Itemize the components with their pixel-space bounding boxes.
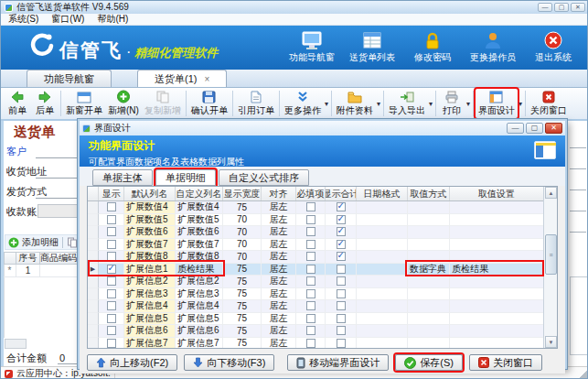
checkbox[interactable] bbox=[306, 240, 315, 249]
dialog-maximize-button[interactable]: ▢ bbox=[526, 123, 543, 134]
menu-item[interactable]: 帮助(H) bbox=[97, 13, 128, 26]
dropdown-arrow-icon[interactable]: ▾ bbox=[376, 100, 381, 108]
checkbox[interactable] bbox=[107, 252, 116, 261]
dialog-button-mobile[interactable]: 移动端界面设计 bbox=[287, 354, 389, 371]
dialog-tab[interactable]: 单据明细 bbox=[155, 169, 216, 186]
checkbox[interactable] bbox=[306, 301, 315, 310]
checkbox[interactable] bbox=[306, 326, 315, 335]
document-tab[interactable]: 送货单(1)× bbox=[137, 70, 227, 87]
checkbox[interactable] bbox=[306, 314, 315, 323]
table-row[interactable]: 扩展信息2扩展信息275居左 bbox=[88, 276, 557, 288]
banner-action-lock[interactable]: 修改密码 bbox=[406, 31, 459, 64]
table-header-cell[interactable]: 必填项 bbox=[296, 187, 326, 200]
checkbox[interactable] bbox=[107, 215, 116, 224]
dropdown-arrow-icon[interactable]: ▾ bbox=[324, 100, 329, 108]
menu-item[interactable]: 系统(S) bbox=[8, 13, 38, 26]
checkbox[interactable] bbox=[107, 289, 116, 298]
checkbox[interactable] bbox=[306, 252, 315, 261]
table-row[interactable]: 扩展信息5扩展信息575居左 bbox=[88, 313, 557, 326]
toolbar-button-arrow-left[interactable]: 前单 bbox=[4, 89, 31, 118]
checkbox[interactable] bbox=[107, 314, 116, 323]
checkbox[interactable] bbox=[337, 289, 346, 298]
checkbox[interactable] bbox=[337, 326, 346, 335]
checkbox[interactable] bbox=[337, 252, 346, 261]
scroll-up-icon[interactable]: ▲ bbox=[545, 187, 557, 199]
table-row[interactable]: 扩展数值4扩展数值475居左 bbox=[88, 201, 557, 214]
checkbox[interactable] bbox=[107, 202, 116, 211]
dialog-button-save-check[interactable]: 保存(S) bbox=[395, 354, 463, 371]
checkbox[interactable] bbox=[337, 339, 346, 348]
checkbox[interactable] bbox=[306, 215, 315, 224]
document-tab[interactable]: 功能导航窗 bbox=[27, 70, 112, 87]
dialog-tab[interactable]: 单据主体 bbox=[92, 169, 153, 186]
table-row[interactable]: 扩展数值7扩展数值770居左 bbox=[88, 239, 557, 252]
close-button[interactable]: ✕ bbox=[571, 3, 585, 12]
table-row[interactable]: 扩展信息4扩展信息475居左 bbox=[88, 300, 557, 313]
table-row[interactable]: 扩展信息6扩展信息675居左 bbox=[88, 325, 557, 338]
resize-grip[interactable] bbox=[578, 369, 587, 378]
checkbox[interactable] bbox=[107, 339, 116, 348]
toolbar-button-confirm-save[interactable]: 确认开单 bbox=[188, 89, 230, 118]
checkbox[interactable] bbox=[337, 265, 346, 274]
checkbox[interactable] bbox=[306, 289, 315, 298]
detail-button-add-circle[interactable]: 添加明细 bbox=[8, 236, 59, 249]
checkbox[interactable] bbox=[337, 301, 346, 310]
banner-action-list-table[interactable]: 送货单列表 bbox=[346, 31, 399, 64]
toolbar-button-print[interactable]: 打印 bbox=[438, 89, 465, 118]
dialog-button-arrow-down[interactable]: 向下移动(F3) bbox=[184, 354, 274, 371]
toolbar-button-ui-design[interactable]: 界面设计 bbox=[476, 89, 518, 118]
table-row[interactable]: 扩展数值8扩展数值870居左 bbox=[88, 251, 557, 264]
checkbox[interactable] bbox=[107, 265, 116, 274]
checkbox[interactable] bbox=[306, 276, 315, 286]
checkbox[interactable] bbox=[107, 227, 116, 236]
dialog-button-arrow-up[interactable]: 向上移动(F2) bbox=[87, 354, 177, 371]
toolbar-button-new-window[interactable]: 新窗开单 bbox=[63, 89, 105, 118]
checkbox[interactable] bbox=[337, 240, 346, 249]
checkbox[interactable] bbox=[306, 202, 315, 211]
banner-action-user[interactable]: 更换操作员 bbox=[466, 31, 519, 64]
checkbox[interactable] bbox=[107, 276, 116, 286]
checkbox[interactable] bbox=[107, 326, 116, 335]
table-header-cell[interactable]: 显示宽度 bbox=[223, 187, 262, 200]
checkbox[interactable] bbox=[107, 301, 116, 310]
dialog-tab[interactable]: 自定义公式排序 bbox=[219, 169, 309, 186]
table-header-cell[interactable]: 取值设置 bbox=[450, 187, 544, 200]
checkbox[interactable] bbox=[337, 202, 346, 211]
table-row[interactable]: 扩展数值5扩展数值570居左 bbox=[88, 214, 557, 227]
toolbar-button-import-export[interactable]: 导入导出 bbox=[386, 89, 428, 118]
detail-grid-row[interactable]: * 1 bbox=[4, 265, 78, 277]
table-header-cell[interactable]: 显示合计 bbox=[326, 187, 357, 200]
dropdown-arrow-icon[interactable]: ▾ bbox=[428, 100, 433, 108]
vertical-scrollbar[interactable]: ▲ ≡ ▼ bbox=[543, 187, 557, 348]
checkbox[interactable] bbox=[337, 227, 346, 236]
table-header-cell[interactable]: 取值方式 bbox=[408, 187, 450, 200]
toolbar-button-more-chevrons[interactable]: 更多操作 bbox=[282, 89, 324, 118]
table-row[interactable]: 扩展数值6扩展数值670居左 bbox=[88, 226, 557, 239]
banner-action-exit[interactable]: 退出系统 bbox=[527, 31, 580, 64]
table-header-cell[interactable]: 默认列名 bbox=[124, 187, 176, 200]
checkbox[interactable] bbox=[337, 215, 346, 224]
scroll-thumb[interactable]: ≡ bbox=[545, 234, 557, 275]
checkbox[interactable] bbox=[306, 339, 315, 348]
table-header-cell[interactable]: 对齐 bbox=[262, 187, 296, 200]
table-row[interactable]: ▶扩展信息1质检结果75居左数据字典质检结果 bbox=[88, 264, 557, 276]
checkbox[interactable] bbox=[337, 314, 346, 323]
dialog-button-close-red[interactable]: 关闭窗口 bbox=[469, 354, 542, 371]
dropdown-arrow-icon[interactable]: ▾ bbox=[465, 100, 471, 108]
dialog-minimize-button[interactable]: — bbox=[507, 123, 524, 134]
toolbar-button-add[interactable]: 新增(N) bbox=[105, 89, 142, 118]
table-header-cell[interactable]: 显示 bbox=[99, 187, 124, 200]
scroll-down-icon[interactable]: ▼ bbox=[545, 336, 557, 348]
maximize-button[interactable]: ▢ bbox=[554, 3, 569, 12]
table-header-cell[interactable]: 自定义列名 bbox=[176, 187, 223, 200]
table-header-cell[interactable]: 日期格式 bbox=[357, 187, 408, 200]
banner-action-monitor[interactable]: 功能导航窗 bbox=[285, 31, 338, 64]
toolbar-button-attachment[interactable]: 附件资料 bbox=[334, 89, 376, 118]
checkbox[interactable] bbox=[306, 227, 315, 236]
checkbox[interactable] bbox=[337, 276, 346, 286]
toolbar-button-reference-doc[interactable]: 引用订单 bbox=[235, 89, 277, 118]
table-row[interactable]: 扩展信息7扩展信息775居左 bbox=[88, 338, 557, 350]
tab-close-icon[interactable]: × bbox=[204, 74, 209, 84]
checkbox[interactable] bbox=[306, 265, 315, 274]
dropdown-arrow-icon[interactable]: ▾ bbox=[518, 100, 523, 108]
